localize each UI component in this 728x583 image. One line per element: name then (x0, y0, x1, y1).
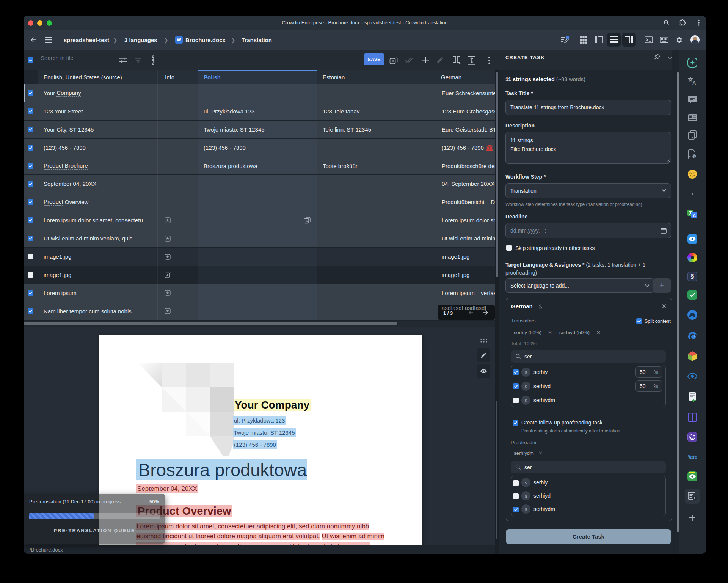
svg-text:i: i (694, 155, 695, 159)
svg-text:A: A (692, 80, 696, 85)
svg-text:A: A (693, 213, 696, 218)
